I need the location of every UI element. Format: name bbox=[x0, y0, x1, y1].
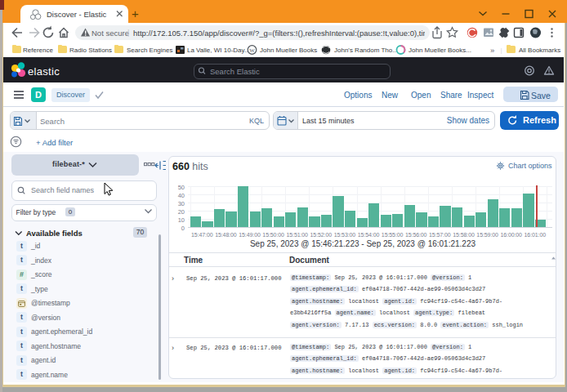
svg-text:W: W bbox=[249, 47, 255, 54]
